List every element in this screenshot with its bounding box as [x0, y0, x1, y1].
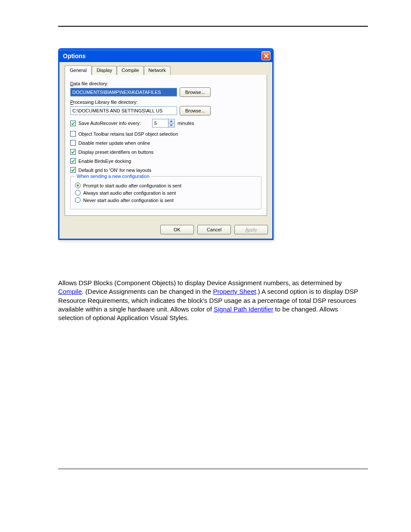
tab-compile[interactable]: Compile [117, 66, 143, 75]
lib-dir-input[interactable] [70, 106, 177, 115]
tab-strip: General Display Compile Network [65, 65, 267, 75]
ok-button[interactable]: OK [160, 225, 194, 234]
radio-always[interactable] [75, 190, 81, 196]
send-config-fieldset: When sending a new configuration Prompt … [70, 176, 262, 209]
browse-button-1[interactable]: Browse... [180, 87, 211, 97]
tab-display[interactable]: Display [92, 66, 117, 75]
preset-id-checkbox[interactable] [70, 149, 76, 155]
data-file-dir-input[interactable] [70, 88, 177, 96]
birdseye-checkbox[interactable] [70, 158, 76, 164]
disable-meter-checkbox[interactable] [70, 140, 76, 146]
bottom-horizontal-rule [58, 469, 368, 469]
birdseye-label: Enable BirdsEye docking [78, 159, 131, 164]
toolbar-retain-checkbox[interactable] [70, 131, 76, 137]
general-tab-panel: Data file directory: Browse... Processin… [65, 75, 267, 216]
radio-prompt[interactable] [75, 183, 81, 188]
top-horizontal-rule [58, 26, 368, 27]
radio-never[interactable] [75, 197, 81, 203]
autorecover-value[interactable] [153, 119, 168, 127]
disable-meter-label: Disable meter update when online [78, 140, 150, 146]
data-file-dir-label: Data file directory: [70, 81, 262, 86]
autorecover-row: Save AutoRecover info every: minutes [70, 119, 262, 128]
apply-button[interactable]: Apply [234, 225, 268, 234]
spinner-down[interactable] [168, 124, 174, 128]
tab-general[interactable]: General [65, 65, 92, 75]
preset-id-label: Display preset identifiers on buttons [78, 149, 153, 155]
fieldset-legend: When sending a new configuration [75, 174, 151, 179]
options-dialog: Options General Display Compile Network … [58, 48, 274, 240]
para-text-1: Allows DSP Blocks (Component Objects) to… [58, 279, 342, 286]
default-grid-checkbox[interactable] [70, 167, 76, 173]
autorecover-spinner[interactable] [152, 119, 175, 128]
radio-never-label: Never start audio after configuration is… [83, 198, 174, 203]
autorecover-checkbox[interactable] [70, 121, 76, 126]
radio-always-label: Always start audio after configuration i… [83, 190, 176, 196]
tab-network[interactable]: Network [144, 66, 171, 75]
spinner-up[interactable] [168, 119, 174, 124]
chevron-down-icon [170, 124, 173, 126]
browse-button-2[interactable]: Browse... [180, 106, 211, 115]
close-icon [264, 53, 269, 59]
property-sheet-link[interactable]: Property Sheet [213, 288, 256, 295]
autorecover-label: Save AutoRecover info every: [78, 121, 141, 126]
cancel-button[interactable]: Cancel [197, 225, 231, 234]
dialog-footer: OK Cancel Apply [59, 221, 272, 239]
signal-path-identifier-link[interactable]: Signal Path Identifier [214, 305, 273, 313]
lib-dir-label: Processing Library file directory: [70, 100, 262, 105]
dialog-body: General Display Compile Network Data fil… [59, 62, 272, 221]
close-button[interactable] [262, 51, 271, 60]
radio-prompt-label: Prompt to start audio after configuratio… [83, 183, 181, 188]
para-text-2: . (Device Assignments can be changed in … [82, 288, 213, 295]
minutes-label: minutes [177, 121, 194, 126]
default-grid-label: Default grid to 'ON' for new layouts [78, 168, 151, 173]
dialog-title: Options [63, 53, 86, 59]
compile-link[interactable]: Compile [58, 288, 82, 295]
description-paragraph: Allows DSP Blocks (Component Objects) to… [58, 279, 360, 322]
chevron-up-icon [170, 120, 173, 122]
titlebar[interactable]: Options [59, 50, 272, 62]
toolbar-retain-label: Object Toolbar retains last DSP object s… [78, 131, 178, 137]
